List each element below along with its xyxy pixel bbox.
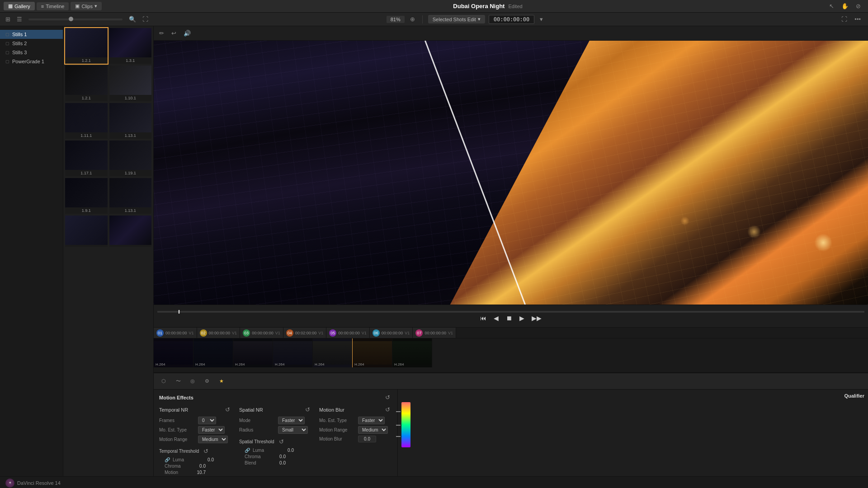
davinci-logo-icon: ✦: [5, 479, 14, 488]
clip-num-06: 06: [373, 329, 380, 337]
spatial-nr-title: Spatial NR ↺: [239, 405, 312, 414]
gallery-thumb-10[interactable]: 1.13.1: [109, 178, 152, 214]
prev-frame-button[interactable]: ◀: [494, 314, 499, 322]
list-icon[interactable]: ☰: [15, 15, 24, 23]
motion-effects-reset-icon[interactable]: ↺: [383, 393, 392, 402]
clip-num-07: 07: [415, 329, 423, 337]
motion-effects-title: Motion Effects ↺: [159, 393, 392, 402]
clip-num-04: 04: [286, 329, 293, 337]
color-wheels-icon[interactable]: ⬡: [157, 375, 170, 388]
timecode-picker-icon[interactable]: ▾: [538, 15, 545, 23]
timeline-clip-03[interactable]: H.264: [233, 338, 273, 367]
clip-header-07: 07 00:00:00:00 V1: [413, 328, 456, 338]
timeline-clip-04[interactable]: H.264: [273, 338, 313, 367]
top-bar: ▦ Gallery ≡ Timeline ▣ Clips ▾ Dubai Ope…: [0, 0, 868, 13]
curves-icon[interactable]: 〜: [172, 375, 184, 388]
close-icon[interactable]: ⊘: [854, 2, 863, 10]
second-bar-left: ⊞ ☰ 🔍 ⛶: [0, 15, 154, 23]
clip-header-05: 05 00:00:00:00 V1: [326, 328, 370, 338]
gallery-thumb-4[interactable]: 1.10.1: [109, 66, 152, 101]
fit-icon[interactable]: ⛶: [840, 15, 849, 23]
grid-icon[interactable]: ⊞: [4, 15, 12, 23]
tree-item-powergrade1[interactable]: PowerGrade 1: [0, 57, 63, 66]
cursor-tool-icon[interactable]: ↖: [827, 2, 836, 10]
motion-effects-panel: Motion Effects ↺ Temporal NR ↺: [154, 389, 398, 476]
go-to-start-button[interactable]: ⏮: [480, 314, 486, 322]
timeline-clip-02[interactable]: H.264: [193, 338, 233, 367]
viewer-content: [154, 41, 868, 305]
spatial-luma-link-icon: 🔗: [245, 448, 250, 453]
radius-select[interactable]: SmallMediumLarge: [278, 426, 308, 434]
top-bar-right: ↖ ✋ ⊘: [822, 2, 868, 10]
bottom-toolbar: ⬡ 〜 ◎ ⚙ ★: [154, 373, 868, 389]
mb-mo-est-type-select[interactable]: FasterBetter: [358, 417, 385, 424]
temporal-threshold-section: Temporal Threshold ↺ 🔗 Luma 0.0: [159, 447, 232, 476]
play-button[interactable]: ▶: [519, 314, 524, 322]
gallery-thumb-5[interactable]: 1.11.1: [65, 103, 108, 139]
temporal-threshold-reset-icon[interactable]: ↺: [202, 447, 210, 455]
mb-motion-blur-input[interactable]: [358, 436, 376, 442]
spatial-threshold-reset-icon[interactable]: ↺: [277, 437, 286, 446]
spatial-luma-row: 🔗 Luma 0.0: [239, 448, 312, 453]
mb-motion-blur-row: Motion Blur: [319, 436, 392, 442]
spatial-chroma-row: Chroma 0.0: [239, 454, 312, 459]
gallery-thumb-2[interactable]: 1.3.1: [109, 28, 152, 64]
timecode-display[interactable]: 00:00:00:00: [489, 15, 534, 24]
spatial-threshold-section: Spatial Threshold ↺ 🔗 Luma 0.0: [239, 437, 312, 465]
next-frame-button[interactable]: ▶▶: [532, 314, 542, 322]
frames-select[interactable]: 012: [198, 417, 216, 424]
tree-item-stills2[interactable]: Stills 2: [0, 39, 63, 48]
timeline-clip-07[interactable]: H.264: [392, 338, 432, 367]
second-bar: ⊞ ☰ 🔍 ⛶ 81% ⊕ Selected Shots Edit ▾ 00:0…: [0, 13, 868, 26]
gallery-thumb-1[interactable]: 1.2.1: [65, 28, 108, 64]
undo-icon[interactable]: ↩: [170, 29, 178, 38]
spatial-nr-reset-icon[interactable]: ↺: [303, 405, 312, 414]
tab-clips[interactable]: ▣ Clips ▾: [71, 2, 101, 10]
playback-timeline[interactable]: [157, 311, 864, 313]
motion-effects-icon active[interactable]: ◎: [186, 375, 199, 388]
stop-button[interactable]: ⏹: [506, 314, 512, 322]
timeline-clip-06[interactable]: H.264: [353, 338, 392, 367]
gallery-thumb-9[interactable]: 1.9.1: [65, 178, 108, 214]
motion-blur-col: Motion Blur ↺ Mo. Est. Type FasterBetter: [319, 405, 392, 476]
temporal-threshold-title: Temporal Threshold ↺: [159, 447, 232, 455]
temporal-luma-row: 🔗 Luma 0.0: [159, 457, 232, 462]
temporal-motion-row: Motion 10.7: [159, 470, 232, 475]
motion-range-select[interactable]: MediumSmallLarge: [198, 436, 228, 443]
timeline-clip-05[interactable]: H.264: [313, 338, 353, 367]
timeline-icon: ≡: [41, 4, 44, 9]
star-icon[interactable]: ★: [215, 375, 228, 388]
tree-item-stills3[interactable]: Stills 3: [0, 48, 63, 57]
spatial-blend-row: Blend 0.0: [239, 460, 312, 465]
zoom-out-icon[interactable]: 🔍: [127, 15, 138, 23]
audio-icon[interactable]: 🔊: [182, 29, 193, 38]
hand-tool-icon[interactable]: ✋: [840, 2, 850, 10]
tab-gallery[interactable]: ▦ Gallery: [4, 2, 35, 10]
gallery-thumb-12[interactable]: [109, 216, 152, 247]
top-bar-center: Dubai Opera Night Edited: [154, 3, 822, 9]
gallery-thumb-6[interactable]: 1.13.1: [109, 103, 152, 139]
zoom-picker-icon[interactable]: ⊕: [408, 15, 417, 23]
settings-icon[interactable]: ⚙: [201, 375, 213, 388]
fullscreen-icon[interactable]: ⛶: [141, 15, 150, 23]
playback-needle: [179, 310, 179, 314]
tab-timeline[interactable]: ≡ Timeline: [37, 2, 69, 10]
timeline-clip-01[interactable]: H.264: [154, 338, 193, 367]
gallery-thumb-8[interactable]: 1.19.1: [109, 141, 152, 176]
pen-tool-icon[interactable]: ✏: [157, 29, 166, 38]
mode-select[interactable]: FasterBetter: [278, 417, 305, 424]
gallery-thumb-7[interactable]: 1.17.1: [65, 141, 108, 176]
motion-blur-reset-icon[interactable]: ↺: [383, 405, 392, 414]
qualifier-bar: [401, 402, 410, 447]
gallery-thumb-3[interactable]: 1.2.1: [65, 66, 108, 101]
tree-item-stills1[interactable]: Stills 1: [0, 30, 63, 39]
gallery-grid: 1.2.1 1.3.1 1.2.1 1.10.1: [63, 26, 153, 476]
more-icon[interactable]: •••: [853, 15, 863, 23]
temporal-nr-reset-icon[interactable]: ↺: [223, 405, 232, 414]
davinci-logo: ✦ DaVinci Resolve 14: [5, 479, 61, 488]
mb-motion-range-select[interactable]: MediumSmallLarge: [358, 426, 388, 434]
gallery-thumb-11[interactable]: [65, 216, 108, 247]
shots-dropdown[interactable]: Selected Shots Edit ▾: [428, 15, 485, 23]
mo-est-type-select[interactable]: FasterBetter: [198, 426, 225, 434]
zoom-level[interactable]: 81%: [387, 16, 405, 23]
